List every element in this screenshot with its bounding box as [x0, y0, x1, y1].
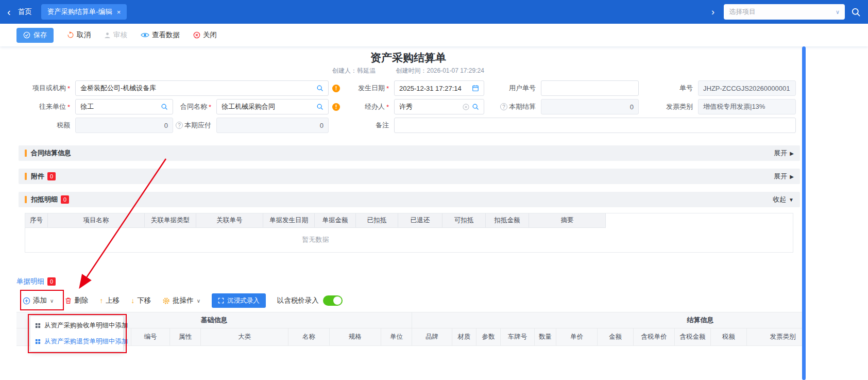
column-header: 金额 [598, 328, 634, 346]
column-header: 已退还 [398, 213, 442, 228]
project-org-input[interactable]: 金桥装配公司-机械设备库 [75, 80, 329, 96]
menu-item-add-from-acceptance[interactable]: 从资产采购验收单明细中添加 [30, 318, 123, 334]
collapse-toggle[interactable]: 收起 ▼ [773, 195, 794, 204]
tab-detail-lines[interactable]: 单据明细 0 [16, 277, 56, 286]
search-icon[interactable] [161, 103, 168, 110]
expand-toggle[interactable]: 展开 ▶ [774, 148, 794, 158]
doc-no-input: JHZP-ZCCGJS20260000001 [698, 80, 796, 96]
field-handler: 经办人* 许秀 [340, 99, 484, 114]
field-label-text: 发票类别 [666, 102, 693, 111]
field-label: ?本期应付 [174, 121, 211, 130]
user-no-input[interactable] [541, 80, 639, 96]
close-button[interactable]: 关闭 [193, 30, 217, 40]
field-label-text: 税额 [57, 121, 70, 130]
contract-input[interactable]: 徐工机械采购合同 [216, 99, 329, 114]
calendar-icon[interactable] [472, 85, 479, 92]
occur-date-value: 2025-12-31 17:27:14 [399, 85, 469, 92]
clear-icon[interactable] [463, 104, 469, 110]
add-button[interactable]: 添加 ∨ [23, 296, 54, 305]
undo-icon [67, 31, 74, 39]
search-icon[interactable] [316, 85, 324, 92]
tax-input: 0 [75, 118, 173, 133]
project-select[interactable]: 选择项目 ∨ [724, 4, 845, 20]
view-data-button[interactable]: 查看数据 [141, 30, 180, 40]
attachment-count-badge: 0 [47, 172, 56, 180]
audit-button[interactable]: 审核 [104, 30, 127, 40]
field-label-text: 往来单位 [39, 102, 66, 111]
save-button[interactable]: 保存 [16, 28, 54, 43]
field-label: 用户单号 [490, 84, 536, 93]
field-label: 经办人* [340, 102, 389, 111]
column-header: 单据金额 [315, 213, 356, 228]
tab-home[interactable]: 首页 [18, 7, 32, 16]
tax-price-entry: 以含税价录入 [277, 295, 343, 306]
column-header: 含税金额 [675, 328, 711, 346]
occur-date-input[interactable]: 2025-12-31 17:27:14 [394, 80, 484, 96]
immersive-entry-button[interactable]: 沉浸式录入 [212, 293, 266, 308]
column-header: 税额 [711, 328, 747, 346]
delete-button[interactable]: 删除 [65, 296, 88, 305]
back-icon[interactable]: ‹ [7, 7, 11, 17]
column-header: 可扣抵 [442, 213, 486, 228]
created-value: 2026-01-07 17:29:24 [427, 67, 484, 74]
column-header: 编号 [131, 328, 170, 346]
arrow-down-icon: ↓ [131, 296, 134, 305]
menu-item-label: 从资产采购验收单明细中添加 [44, 321, 128, 330]
batch-operation-label: 批操作 [173, 296, 194, 305]
handler-input[interactable]: 许秀 [394, 99, 484, 114]
tab-active[interactable]: 资产采购结算单-编辑 × [41, 4, 127, 20]
remark-input[interactable] [394, 118, 796, 133]
expand-toggle[interactable]: 展开 ▶ [774, 172, 794, 181]
vertical-scrollbar[interactable] [802, 46, 806, 380]
person-icon [104, 32, 111, 39]
required-star: * [209, 103, 211, 111]
column-header: 扣抵金额 [486, 213, 529, 228]
field-label-text: 备注 [376, 121, 389, 130]
required-star: * [67, 103, 70, 111]
field-user-no: 用户单号 [490, 80, 639, 96]
menu-item-label: 从资产采购退货单明细中添加 [44, 337, 128, 346]
warning-icon: ! [332, 103, 340, 111]
invoice-type-value: 增值税专用发票|13% [703, 102, 791, 111]
partner-input[interactable]: 徐工 [75, 99, 173, 114]
field-label: 备注 [340, 121, 389, 130]
search-icon[interactable] [316, 103, 324, 110]
column-header: 属性 [170, 328, 201, 346]
close-button-label: 关闭 [203, 30, 217, 40]
triangle-right-icon: ▶ [790, 174, 794, 179]
cancel-button[interactable]: 取消 [67, 30, 91, 40]
tax-price-toggle[interactable] [323, 295, 343, 306]
arrow-up-icon: ↑ [99, 296, 103, 305]
field-partner: 往来单位* 徐工 [19, 99, 173, 114]
column-header: 关联单号 [196, 213, 263, 228]
batch-operation-button[interactable]: 批操作 ∨ [162, 296, 200, 305]
section-title: 合同结算信息 [31, 148, 71, 158]
field-label: 发票类别 [652, 102, 693, 111]
menu-item-add-from-return[interactable]: 从资产采购退货单明细中添加 [30, 334, 123, 350]
tab-bar: ‹ 首页 资产采购结算单-编辑 × › 选择项目 ∨ [0, 0, 868, 24]
section-contract-settle-info: 合同结算信息 展开 ▶ [19, 145, 800, 161]
column-header: 材质 [452, 328, 476, 346]
creator-label: 创建人： [332, 67, 357, 74]
cancel-button-label: 取消 [77, 30, 91, 40]
search-icon[interactable] [851, 7, 861, 17]
forward-icon[interactable]: › [711, 7, 714, 18]
section-tick-icon [25, 173, 27, 180]
search-icon[interactable] [472, 103, 479, 110]
field-label-text: 项目或机构 [32, 84, 66, 93]
project-select-placeholder: 选择项目 [729, 7, 836, 16]
move-up-button[interactable]: ↑ 上移 [99, 296, 120, 305]
move-down-button[interactable]: ↓ 下移 [131, 296, 151, 305]
current-settle-value: 0 [546, 103, 634, 111]
page: ‹ 首页 资产采购结算单-编辑 × › 选择项目 ∨ 保存 取消 [0, 0, 868, 380]
detail-count-badge: 0 [47, 277, 56, 286]
current-payable-input: 0 [216, 118, 329, 133]
creator-value: 韩延温 [357, 67, 376, 74]
deduction-table: 序号 项目名称 关联单据类型 关联单号 单据发生日期 单据金额 已扣抵 已退还 … [25, 213, 793, 253]
immersive-entry-label: 沉浸式录入 [227, 296, 260, 305]
close-circle-icon [193, 31, 200, 39]
field-tax: 税额 0 [19, 118, 173, 133]
tab-close-icon[interactable]: × [117, 8, 121, 16]
required-star: * [386, 85, 389, 92]
tax-value: 0 [80, 122, 168, 129]
